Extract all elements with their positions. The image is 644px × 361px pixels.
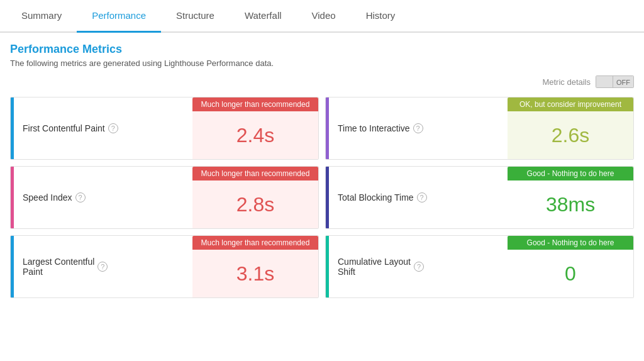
metric-value-box: 2.4s bbox=[192, 111, 318, 159]
section-title: Performance Metrics bbox=[10, 43, 634, 56]
tab-performance[interactable]: Performance bbox=[77, 0, 161, 33]
metric-name-row: Total Blocking Time ? bbox=[338, 192, 499, 203]
metric-value-area: Much longer than recommended 2.4s bbox=[192, 97, 318, 159]
metric-body: Total Blocking Time ? Good - Nothing to … bbox=[329, 167, 633, 228]
question-icon[interactable]: ? bbox=[75, 192, 86, 203]
metric-name-row: First Contentful Paint ? bbox=[23, 123, 184, 133]
metric-value-display: 2.6s bbox=[508, 111, 633, 159]
tabs-bar: Summary Performance Structure Waterfall … bbox=[0, 0, 644, 33]
metric-name-row: Cumulative LayoutShift ? bbox=[338, 257, 499, 277]
metric-value-display: 2.8s bbox=[192, 181, 318, 228]
toggle-switch[interactable]: OFF bbox=[596, 75, 634, 88]
metric-value-box: 3.1s bbox=[192, 250, 318, 297]
metric-value-display: 0 bbox=[508, 250, 633, 297]
question-icon[interactable]: ? bbox=[97, 262, 108, 272]
metric-name-row: Time to Interactive ? bbox=[338, 123, 499, 133]
metric-label-wrap: Total Blocking Time ? bbox=[329, 167, 508, 228]
section-subtitle: The following metrics are generated usin… bbox=[10, 58, 634, 68]
metric-value: 3.1s bbox=[236, 262, 274, 286]
metric-status-badge: Much longer than recommended bbox=[192, 167, 318, 181]
toggle-box bbox=[596, 75, 613, 88]
metric-name: Largest ContentfulPaint bbox=[23, 257, 94, 277]
metric-status-badge: Good - Nothing to do here bbox=[508, 236, 633, 250]
tab-summary[interactable]: Summary bbox=[6, 0, 77, 33]
metric-name: First Contentful Paint bbox=[23, 123, 105, 133]
metric-body: First Contentful Paint ? Much longer tha… bbox=[14, 97, 318, 159]
metric-name-row: Speed Index ? bbox=[23, 192, 184, 203]
metric-value-area: Good - Nothing to do here 38ms bbox=[508, 167, 633, 228]
metric-body: Speed Index ? Much longer than recommend… bbox=[14, 167, 318, 228]
metric-value: 0 bbox=[565, 262, 576, 286]
metric-status-badge: OK, but consider improvement bbox=[508, 97, 633, 111]
metric-value-display: 38ms bbox=[508, 181, 633, 228]
tab-structure[interactable]: Structure bbox=[161, 0, 230, 33]
metric-value-area: Good - Nothing to do here 0 bbox=[508, 236, 633, 297]
metric-name: Time to Interactive bbox=[338, 123, 410, 133]
metric-status-badge: Much longer than recommended bbox=[192, 236, 318, 250]
metric-value-display: 3.1s bbox=[192, 250, 318, 297]
metric-card: Total Blocking Time ? Good - Nothing to … bbox=[325, 166, 634, 229]
metric-details-row: Metric details OFF bbox=[10, 75, 634, 88]
question-icon[interactable]: ? bbox=[417, 192, 427, 203]
tab-history[interactable]: History bbox=[351, 0, 411, 33]
toggle-off-label: OFF bbox=[613, 75, 634, 88]
metric-value-area: OK, but consider improvement 2.6s bbox=[508, 97, 633, 159]
metric-name: Speed Index bbox=[23, 192, 72, 203]
metric-body: Largest ContentfulPaint ? Much longer th… bbox=[14, 236, 318, 297]
metric-status-badge: Good - Nothing to do here bbox=[508, 167, 633, 181]
metric-details-label: Metric details bbox=[542, 77, 591, 87]
metric-value: 38ms bbox=[546, 193, 595, 216]
metric-value: 2.4s bbox=[236, 124, 274, 147]
metric-name-row: Largest ContentfulPaint ? bbox=[23, 257, 184, 277]
metric-value: 2.8s bbox=[236, 193, 274, 216]
metric-value: 2.6s bbox=[552, 124, 589, 147]
tab-video[interactable]: Video bbox=[297, 0, 351, 33]
metric-value-box: 2.6s bbox=[508, 111, 633, 159]
metric-name: Total Blocking Time bbox=[338, 192, 414, 203]
metric-label-wrap: First Contentful Paint ? bbox=[14, 97, 192, 159]
metric-name: Cumulative LayoutShift bbox=[338, 257, 411, 277]
metric-value-area: Much longer than recommended 3.1s bbox=[192, 236, 318, 297]
metric-card: First Contentful Paint ? Much longer tha… bbox=[10, 97, 319, 160]
main-content: Performance Metrics The following metric… bbox=[0, 33, 644, 308]
metric-value-box: 0 bbox=[508, 250, 633, 297]
metrics-grid: First Contentful Paint ? Much longer tha… bbox=[10, 97, 634, 298]
question-icon[interactable]: ? bbox=[413, 123, 423, 133]
question-icon[interactable]: ? bbox=[414, 262, 424, 272]
metric-label-wrap: Cumulative LayoutShift ? bbox=[329, 236, 508, 297]
tab-waterfall[interactable]: Waterfall bbox=[230, 0, 297, 33]
metric-value-area: Much longer than recommended 2.8s bbox=[192, 167, 318, 228]
metric-card: Cumulative LayoutShift ? Good - Nothing … bbox=[325, 235, 634, 298]
metric-value-box: 2.8s bbox=[192, 181, 318, 228]
metric-status-badge: Much longer than recommended bbox=[192, 97, 318, 111]
question-icon[interactable]: ? bbox=[108, 123, 118, 133]
metric-value-display: 2.4s bbox=[192, 111, 318, 159]
metric-label-wrap: Time to Interactive ? bbox=[329, 97, 508, 159]
metric-body: Time to Interactive ? OK, but consider i… bbox=[329, 97, 633, 159]
metric-card: Time to Interactive ? OK, but consider i… bbox=[325, 97, 634, 160]
metric-value-box: 38ms bbox=[508, 181, 633, 228]
metric-label-wrap: Speed Index ? bbox=[14, 167, 192, 228]
metric-card: Speed Index ? Much longer than recommend… bbox=[10, 166, 319, 229]
metric-body: Cumulative LayoutShift ? Good - Nothing … bbox=[329, 236, 633, 297]
metric-label-wrap: Largest ContentfulPaint ? bbox=[14, 236, 192, 297]
metric-card: Largest ContentfulPaint ? Much longer th… bbox=[10, 235, 319, 298]
